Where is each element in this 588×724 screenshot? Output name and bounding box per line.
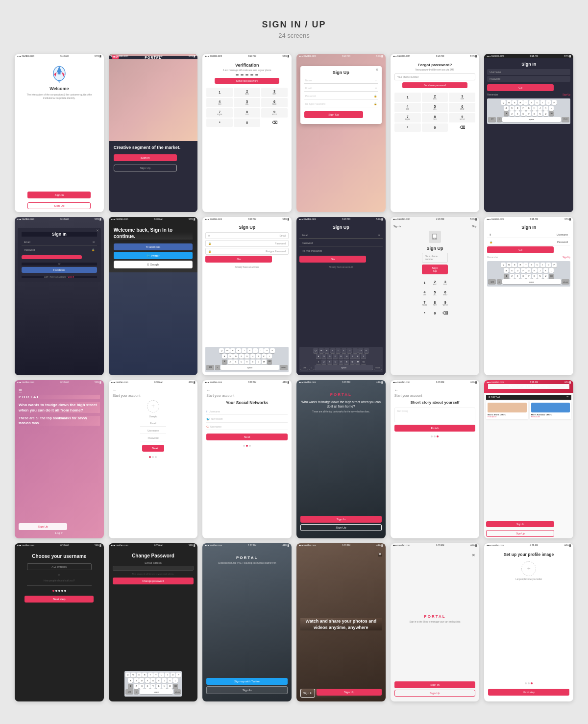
profile-image-add-icon[interactable]: + [521, 561, 536, 576]
key-r[interactable]: R [518, 100, 523, 105]
k10-123[interactable]: 123 [300, 365, 308, 370]
back-arrow-17[interactable]: ← [394, 388, 398, 392]
k10-b[interactable]: B [344, 360, 349, 364]
fashion-login-button[interactable]: Log In [19, 531, 100, 534]
shop-item-1[interactable]: Men's Shirts Offers From $9.49 [486, 401, 528, 419]
k10-c[interactable]: C [333, 360, 338, 364]
key-7[interactable]: 7PQRS [206, 108, 233, 118]
k10-f[interactable]: F [333, 354, 338, 359]
k20-c[interactable]: C [145, 684, 150, 689]
k12-space[interactable]: space [502, 279, 561, 284]
k9-f[interactable]: F [239, 354, 244, 359]
k10-d[interactable]: D [327, 354, 332, 359]
portal-signin-button[interactable]: Sign In [114, 154, 177, 161]
k12-w[interactable]: W [507, 263, 512, 267]
k12-v[interactable]: V [526, 274, 531, 279]
k10-l[interactable]: L [361, 354, 366, 359]
k9-return[interactable]: return [280, 365, 288, 370]
key-123[interactable]: 123 [488, 117, 496, 122]
fkey-5[interactable]: 5JKL [422, 103, 448, 112]
signup-phone-button[interactable]: Sign Up [422, 265, 447, 274]
key-b[interactable]: B [532, 111, 537, 116]
k20-h[interactable]: H [156, 678, 161, 683]
key-del[interactable]: ⌫ [261, 119, 288, 127]
welcome-signup-button[interactable]: Sign Up [27, 202, 91, 209]
k10-z[interactable]: Z [321, 360, 326, 364]
portal-signup-button[interactable]: Sign Up [114, 165, 177, 171]
key-x[interactable]: X [515, 111, 520, 116]
close-icon-22[interactable]: ✕ [378, 552, 382, 556]
n11-0[interactable]: 0 [430, 309, 440, 317]
shop-signup-button[interactable]: Sign Up [486, 530, 554, 537]
k10-v[interactable]: V [339, 360, 343, 364]
back-arrow-15[interactable]: ← [206, 388, 210, 392]
twitter-social-field[interactable]: 🐦 favref.com [206, 416, 288, 423]
key-emoji[interactable]: ☺ [497, 117, 502, 122]
k12-p[interactable]: P [552, 263, 557, 267]
k9-a[interactable]: A [222, 354, 227, 359]
signup-link[interactable]: Sign Up [563, 94, 570, 96]
key-0[interactable]: 0 [234, 119, 260, 127]
signup-modal-button[interactable]: Sign Up [304, 111, 363, 118]
k10-emoji[interactable]: ☺ [309, 365, 314, 370]
email-dark-10[interactable]: Email✉ [299, 232, 383, 239]
k20-b[interactable]: B [156, 684, 161, 689]
k9-b[interactable]: B [250, 360, 255, 364]
key-3[interactable]: 3DEF [261, 88, 288, 97]
n11-1[interactable]: 1 [420, 278, 429, 288]
retype-password-field[interactable]: Re-type Password🔒 [304, 101, 378, 107]
email-input-20[interactable] [113, 566, 194, 571]
signin-link-11[interactable]: Sign In [393, 225, 401, 228]
k12-c[interactable]: C [521, 274, 526, 279]
k9-c[interactable]: C [239, 360, 244, 364]
k20-k[interactable]: K [168, 678, 172, 683]
k20-i[interactable]: I [165, 673, 170, 677]
k9-n[interactable]: N [256, 360, 261, 364]
login-link[interactable]: Log In [68, 276, 74, 278]
k10-s[interactable]: S [321, 354, 326, 359]
k12-del[interactable]: ⌫ [549, 274, 554, 279]
k12-q[interactable]: Q [501, 263, 506, 267]
k9-m[interactable]: M [262, 360, 267, 364]
k9-j[interactable]: J [256, 354, 261, 359]
k20-123[interactable]: 123 [125, 689, 133, 694]
key-return[interactable]: return [562, 117, 569, 122]
forgot-send-button[interactable]: Send new password [402, 82, 467, 88]
password-light-field[interactable]: 🔒Password [205, 240, 289, 247]
k9-g[interactable]: G [245, 354, 249, 359]
fkey-1[interactable]: 1 [394, 93, 421, 102]
k9-del[interactable]: ⌫ [267, 360, 272, 364]
k12-e[interactable]: E [512, 263, 517, 267]
k12-y[interactable]: Y [529, 263, 534, 267]
fkey-9[interactable]: 9WXYZ [449, 113, 475, 122]
key-m[interactable]: M [543, 111, 548, 116]
k20-return[interactable]: return [174, 689, 181, 694]
k20-r[interactable]: R [142, 673, 147, 677]
k20-t[interactable]: T [148, 673, 153, 677]
k20-y[interactable]: Y [153, 673, 158, 677]
close-icon[interactable]: ✕ [375, 68, 379, 72]
k10-r[interactable]: R [330, 348, 335, 353]
k9-h[interactable]: H [250, 354, 255, 359]
k10-q[interactable]: Q [313, 348, 318, 353]
social-next-button[interactable]: Next [206, 434, 288, 440]
key-shift[interactable]: ⬆ [504, 111, 509, 116]
key-w[interactable]: W [507, 100, 512, 105]
k10-e[interactable]: E [324, 348, 329, 353]
story-finish-button[interactable]: Finish [394, 425, 476, 432]
phone-number-input[interactable]: Your phone number [422, 253, 447, 263]
wb-facebook-button[interactable]: f Facebook [114, 243, 193, 250]
key-z[interactable]: Z [510, 111, 514, 116]
k20-w[interactable]: W [131, 673, 136, 677]
hamburger-icon[interactable]: ☰ [19, 389, 100, 393]
key-h[interactable]: H [532, 106, 537, 111]
k12-emoji[interactable]: ☺ [497, 279, 502, 284]
video-signin-button[interactable]: Sign In [300, 689, 315, 698]
k12-123[interactable]: 123 [488, 279, 496, 284]
k12-h[interactable]: H [532, 268, 537, 273]
k12-d[interactable]: D [515, 268, 520, 273]
phone-input[interactable]: Your phone number [394, 73, 476, 80]
k20-s[interactable]: S [134, 678, 139, 683]
k20-n[interactable]: N [162, 684, 167, 689]
key-k[interactable]: K [543, 106, 548, 111]
